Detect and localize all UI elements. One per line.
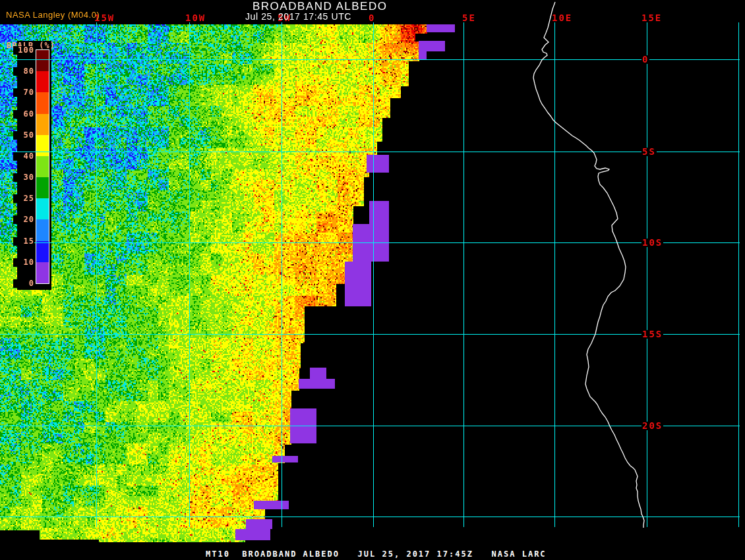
- lat-label-15S: 15S: [641, 330, 663, 339]
- lon-label-10W: 10W: [185, 14, 206, 22]
- lat-label-10S: 10S: [641, 238, 663, 247]
- lat-label-5S: 5S: [641, 148, 657, 156]
- colorbar-tick-15: 15: [13, 237, 34, 246]
- colorbar-tick-30: 30: [13, 173, 34, 182]
- colorbar-tick-0: 0: [13, 279, 34, 288]
- colorbar-tick-10: 10: [13, 258, 34, 267]
- coastline: [533, 2, 644, 528]
- lon-label-5E: 5E: [462, 14, 477, 22]
- lon-label-10E: 10E: [551, 14, 573, 22]
- colorbar-tick-20: 20: [13, 215, 34, 224]
- lat-label-0: 0: [641, 55, 649, 64]
- albedo-map-product: BBALB (%) 10080706050403025201510015W10W…: [0, 0, 745, 560]
- product-timestamp: Jul 25, 2017 17:45 UTC: [245, 11, 351, 22]
- latlon-gridlines: [0, 22, 740, 527]
- lon-label-15E: 15E: [641, 14, 663, 22]
- lat-label-20S: 20S: [641, 422, 663, 430]
- colorbar-tick-80: 80: [13, 67, 34, 76]
- status-bar: MT10 BROADBAND ALBEDO JUL 25, 2017 17:45…: [0, 542, 745, 560]
- map-overlay: [0, 0, 745, 560]
- status-bar-text: MT10 BROADBAND ALBEDO JUL 25, 2017 17:45…: [206, 549, 547, 559]
- lon-label-0: 0: [368, 14, 376, 22]
- colorbar-tick-100: 100: [13, 46, 34, 55]
- colorbar-tick-50: 50: [13, 131, 34, 140]
- nasa-credit-label: NASA Langley (M04.0): [6, 10, 100, 20]
- colorbar-tick-60: 60: [13, 110, 34, 119]
- colorbar-tick-70: 70: [13, 88, 34, 97]
- colorbar-tick-25: 25: [13, 194, 34, 203]
- colorbar-tick-40: 40: [13, 152, 34, 161]
